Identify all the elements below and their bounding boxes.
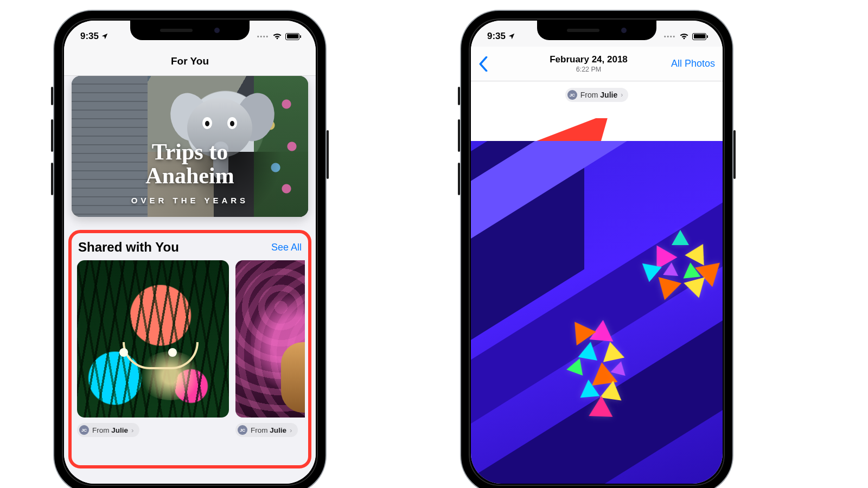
- from-pill[interactable]: JC From Julie ›: [565, 88, 628, 102]
- device-notch: [130, 21, 250, 40]
- from-pill[interactable]: JC From Julie ›: [77, 423, 139, 437]
- chevron-right-icon: ›: [131, 426, 134, 434]
- chevron-right-icon: ›: [621, 91, 623, 99]
- photo-content[interactable]: [471, 141, 723, 484]
- avatar-badge: JC: [567, 90, 577, 100]
- geometric-sculpture: [552, 320, 655, 428]
- location-icon: [508, 33, 515, 40]
- wifi-icon: [272, 33, 282, 40]
- all-photos-link[interactable]: All Photos: [655, 58, 715, 69]
- memory-title: Trips to Anaheim: [72, 140, 308, 188]
- back-button[interactable]: [478, 56, 522, 72]
- shared-thumbnail[interactable]: [77, 260, 229, 418]
- status-time: 9:35: [487, 31, 506, 42]
- wifi-icon: [679, 33, 689, 40]
- nav-date: February 24, 2018: [522, 54, 655, 65]
- avatar-badge: JC: [238, 425, 247, 435]
- photo-header-gap: [471, 108, 723, 141]
- phone-mockup-right: 9:35 •••• February: [461, 11, 732, 488]
- shared-thumbnail[interactable]: [235, 260, 305, 418]
- photo-nav-bar: February 24, 2018 6:22 PM All Photos: [471, 47, 723, 81]
- memory-card[interactable]: Trips to Anaheim OVER THE YEARS: [72, 76, 308, 217]
- chevron-right-icon: ›: [290, 426, 292, 434]
- geometric-sculpture: [634, 233, 723, 314]
- shared-with-you-section: Shared with You See All JC From Julie: [68, 230, 311, 468]
- battery-icon: [285, 33, 299, 40]
- see-all-link[interactable]: See All: [271, 242, 302, 253]
- location-icon: [101, 33, 108, 40]
- from-bar: JC From Julie ›: [471, 81, 723, 108]
- for-you-scroll[interactable]: Trips to Anaheim OVER THE YEARS Shared w…: [64, 76, 316, 484]
- battery-icon: [692, 33, 706, 40]
- shared-item[interactable]: JC From Julie ›: [235, 260, 305, 437]
- memory-subtitle: OVER THE YEARS: [72, 196, 308, 205]
- status-time: 9:35: [80, 31, 99, 42]
- cell-signal-icon: ••••: [664, 34, 676, 40]
- phone-mockup-left: 9:35 •••• For You: [54, 11, 326, 488]
- section-title: Shared with You: [78, 240, 179, 255]
- nav-time: 6:22 PM: [522, 66, 655, 73]
- nav-title: For You: [64, 47, 316, 76]
- device-notch: [537, 21, 656, 40]
- shared-item[interactable]: JC From Julie ›: [77, 260, 229, 437]
- from-pill[interactable]: JC From Julie ›: [235, 423, 298, 437]
- cell-signal-icon: ••••: [257, 34, 269, 40]
- avatar-badge: JC: [79, 425, 89, 435]
